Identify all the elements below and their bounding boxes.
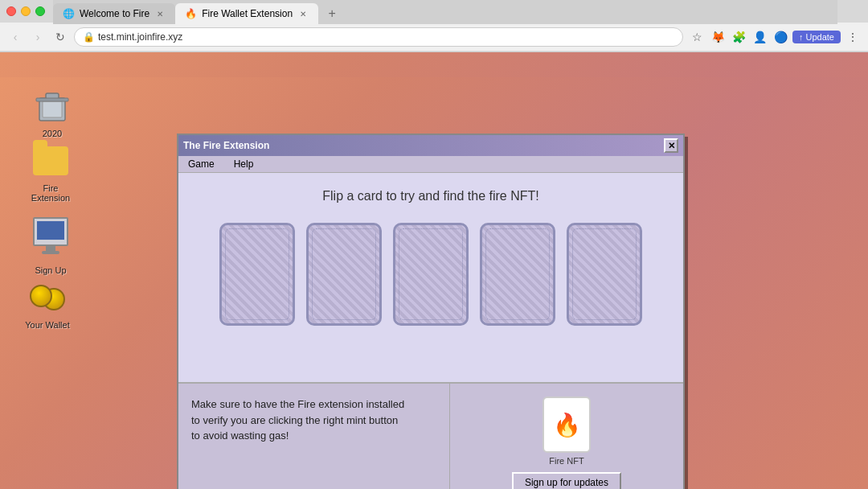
monitor-icon xyxy=(31,212,70,251)
bookmark-star-btn[interactable]: ☆ xyxy=(688,28,706,46)
puzzle-btn[interactable]: 🧩 xyxy=(730,28,747,46)
browser-actions: ☆ 🦊 🧩 👤 🔵 ↑ Update ⋮ xyxy=(688,28,862,46)
browser-chrome: 🌐 Welcome to Fire ✕ 🔥 Fire Wallet Extens… xyxy=(0,0,868,52)
tab-label: Welcome to Fire xyxy=(80,8,149,19)
address-text: test.mint.joinfire.xyz xyxy=(98,31,182,43)
signup-updates-btn[interactable]: Sign up for updates xyxy=(512,472,621,489)
new-tab-btn[interactable]: + xyxy=(321,3,342,24)
reload-btn[interactable]: ↻ xyxy=(51,28,69,46)
address-bar[interactable]: 🔒 test.mint.joinfire.xyz xyxy=(74,27,683,47)
dialog-heading: Flip a card to try and find the fire NFT… xyxy=(322,189,538,203)
update-icon: ↑ xyxy=(799,32,804,42)
dialog-bottom: Make sure to have the Fire extension ins… xyxy=(178,382,683,489)
dialog-title: The Fire Extension xyxy=(183,140,269,151)
window-maximize-btn[interactable] xyxy=(35,6,45,16)
dialog-bottom-left: Make sure to have the Fire extension ins… xyxy=(178,384,450,489)
lock-icon: 🔒 xyxy=(83,31,95,43)
fire-nft-label: Fire NFT xyxy=(549,456,583,466)
update-label: Update xyxy=(806,32,834,42)
desktop: 2020 Fire Extension Sign Up Your Wallet xyxy=(0,77,868,489)
dialog-close-btn[interactable]: ✕ xyxy=(664,138,678,153)
trash-label: 2020 xyxy=(43,129,62,138)
coins-icon xyxy=(28,278,67,317)
window-close-btn[interactable] xyxy=(6,6,16,16)
tab-close-fire-btn[interactable]: ✕ xyxy=(297,8,309,19)
wallet-ext-btn[interactable]: 🔵 xyxy=(772,28,789,46)
folder-label: Fire Extension xyxy=(23,183,79,203)
folder-icon xyxy=(31,142,70,180)
extensions-btn[interactable]: 🦊 xyxy=(709,28,727,46)
tab-favicon: 🌐 xyxy=(63,8,75,19)
tab-favicon-fire: 🔥 xyxy=(185,8,197,19)
signup-label: Sign Up xyxy=(35,265,66,275)
card-5[interactable] xyxy=(567,223,642,326)
tab-bar: 🌐 Welcome to Fire ✕ 🔥 Fire Wallet Extens… xyxy=(53,0,837,24)
tab-welcome[interactable]: 🌐 Welcome to Fire ✕ xyxy=(53,3,175,24)
card-4[interactable] xyxy=(480,223,555,326)
desktop-icon-wallet[interactable]: Your Wallet xyxy=(19,278,76,330)
dialog-bottom-right: 🔥 Fire NFT Sign up for updates xyxy=(450,384,683,489)
wallet-label: Your Wallet xyxy=(25,320,69,330)
cards-row xyxy=(219,223,642,326)
window-minimize-btn[interactable] xyxy=(21,6,31,16)
window-controls xyxy=(6,6,45,16)
desktop-icon-signup[interactable]: Sign Up xyxy=(23,212,79,275)
fire-nft-emoji: 🔥 xyxy=(553,412,581,438)
menu-game[interactable]: Game xyxy=(185,158,218,171)
tab-label-fire: Fire Wallet Extension xyxy=(202,8,293,19)
card-1[interactable] xyxy=(219,223,295,326)
menu-btn[interactable]: ⋮ xyxy=(844,28,862,46)
browser-titlebar: 🌐 Welcome to Fire ✕ 🔥 Fire Wallet Extens… xyxy=(0,0,868,23)
dialog-main: Flip a card to try and find the fire NFT… xyxy=(178,173,683,382)
card-2[interactable] xyxy=(306,223,382,326)
tab-fire-wallet[interactable]: 🔥 Fire Wallet Extension ✕ xyxy=(175,3,318,24)
card-3[interactable] xyxy=(393,223,469,326)
fire-extension-dialog: The Fire Extension ✕ Game Help Flip a ca… xyxy=(177,134,685,489)
svg-rect-1 xyxy=(43,101,62,117)
desktop-icon-trash[interactable]: 2020 xyxy=(24,87,80,138)
bottom-left-text: Make sure to have the Fire extension ins… xyxy=(191,398,404,442)
tab-close-btn[interactable]: ✕ xyxy=(154,8,166,19)
dialog-menubar: Game Help xyxy=(178,156,683,173)
trash-icon xyxy=(33,87,72,125)
forward-btn[interactable]: › xyxy=(29,28,47,46)
back-btn[interactable]: ‹ xyxy=(6,28,24,46)
address-bar-row: ‹ › ↻ 🔒 test.mint.joinfire.xyz ☆ 🦊 🧩 👤 🔵… xyxy=(0,23,868,51)
desktop-icon-folder[interactable]: Fire Extension xyxy=(23,142,79,203)
fire-nft-container: 🔥 Fire NFT xyxy=(542,397,591,466)
dialog-titlebar: The Fire Extension ✕ xyxy=(178,135,683,156)
profile-btn[interactable]: 👤 xyxy=(751,28,768,46)
menu-help[interactable]: Help xyxy=(231,158,257,171)
update-btn[interactable]: ↑ Update xyxy=(792,31,841,43)
fire-nft-card: 🔥 xyxy=(542,397,591,453)
svg-rect-3 xyxy=(36,98,68,101)
